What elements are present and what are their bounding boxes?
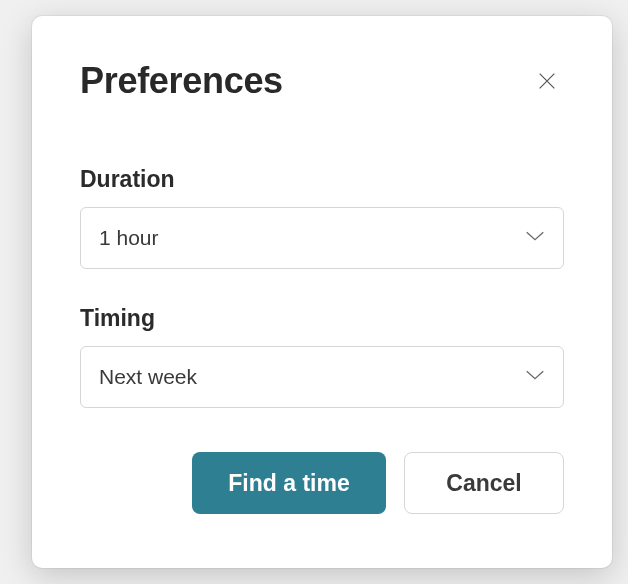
duration-select[interactable]: 1 hour	[80, 207, 564, 269]
timing-label: Timing	[80, 305, 564, 332]
timing-select[interactable]: Next week	[80, 346, 564, 408]
preferences-modal: Preferences Duration 1 hour Timing Next …	[32, 16, 612, 568]
modal-title: Preferences	[80, 60, 283, 102]
duration-label: Duration	[80, 166, 564, 193]
duration-group: Duration 1 hour	[80, 166, 564, 269]
timing-value: Next week	[99, 365, 197, 389]
close-button[interactable]	[530, 64, 564, 98]
modal-header: Preferences	[80, 60, 564, 102]
duration-value: 1 hour	[99, 226, 159, 250]
find-a-time-button[interactable]: Find a time	[192, 452, 386, 514]
duration-select-wrap: 1 hour	[80, 207, 564, 269]
timing-group: Timing Next week	[80, 305, 564, 408]
cancel-button[interactable]: Cancel	[404, 452, 564, 514]
button-row: Find a time Cancel	[80, 452, 564, 514]
close-icon	[536, 70, 558, 92]
timing-select-wrap: Next week	[80, 346, 564, 408]
